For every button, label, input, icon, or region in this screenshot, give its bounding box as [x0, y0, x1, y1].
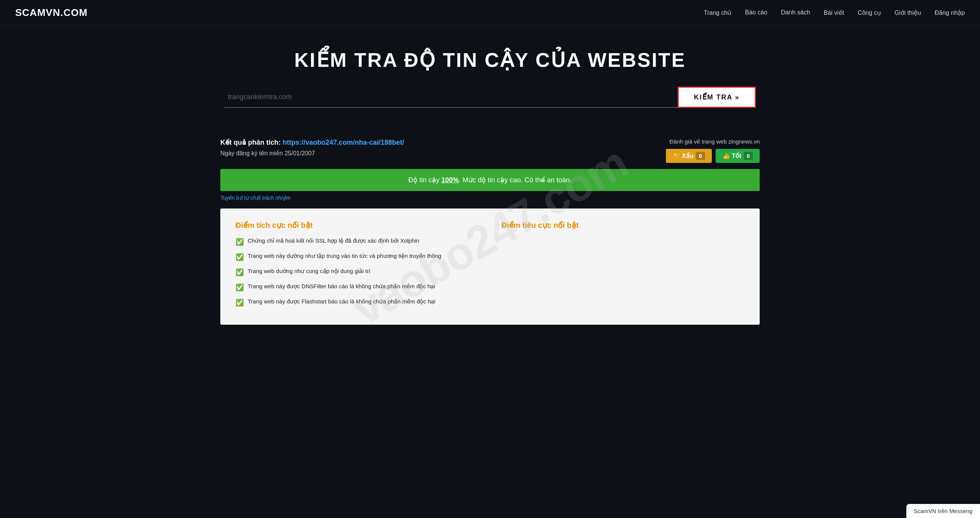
page-title: KIỂM TRA ĐỘ TIN CẬY CỦA WEBSITE — [15, 49, 965, 72]
disclaimer-link[interactable]: Tuyên bố từ chối trách nhiệm — [220, 195, 760, 201]
positive-col: Điểm tích cực nổi bật ✅ Chứng chỉ mã hoá… — [235, 221, 479, 313]
positive-item-5: ✅ Trang web này được Flashstart báo cáo … — [235, 297, 479, 308]
result-url[interactable]: https://vaobo247.com/nha-cai/188bet/ — [283, 138, 404, 146]
nav-dang-nhap[interactable]: Đăng nhập — [935, 9, 965, 16]
trust-suffix: . Mức độ tin cậy cao. Có thể an toàn. — [459, 176, 572, 184]
trust-bar: Độ tin cậy 100%. Mức độ tin cậy cao. Có … — [220, 169, 760, 191]
nav-bao-cao[interactable]: Báo cáo — [745, 9, 767, 16]
positive-item-2-text: Trang web này dường như tập trung vào ti… — [248, 252, 441, 261]
positive-item-4: ✅ Trang web này được DNSFilter báo cáo l… — [235, 282, 479, 293]
main-nav: Trang chủ Báo cáo Danh sách Bài viết Côn… — [704, 9, 965, 16]
trust-prefix: Độ tin cậy — [408, 176, 441, 184]
negative-heading: Điểm tiêu cực nổi bật — [501, 221, 745, 230]
content-area: vaobo247.com Kết quả phân tích: https://… — [205, 134, 775, 336]
positive-item-3: ✅ Trang web dường như cung cấp nội dung … — [235, 267, 479, 278]
check-icon-2: ✅ — [235, 252, 244, 262]
site-logo: SCAMVN.COM — [15, 7, 88, 19]
result-label-text: Kết quả phân tích: — [220, 138, 281, 146]
result-date: Ngày đăng ký tên miền 25/01/2007 — [220, 149, 404, 157]
positive-item-5-text: Trang web này được Flashstart báo cáo là… — [248, 297, 436, 306]
lower-section: Điểm tích cực nổi bật ✅ Chứng chỉ mã hoá… — [220, 208, 760, 325]
positive-item-1-text: Chứng chỉ mã hoá kết nối SSL hợp lệ đã đ… — [248, 237, 419, 245]
nav-trang-chu[interactable]: Trang chủ — [704, 9, 732, 16]
search-input[interactable] — [224, 87, 678, 108]
nav-cong-cu[interactable]: Công cụ — [858, 9, 881, 16]
btn-tot-label: 👍 Tốt — [722, 152, 741, 159]
messenger-widget[interactable]: ScamVN trên Messeng — [906, 504, 980, 518]
positive-item-3-text: Trang web dường như cung cấp nội dung gi… — [248, 267, 370, 276]
positive-heading: Điểm tích cực nổi bật — [235, 221, 479, 230]
btn-tot-count: 0 — [744, 152, 753, 160]
rating-label: Đánh giá về trang web zingnews.vn — [666, 138, 760, 145]
positive-item-2: ✅ Trang web này dường như tập trung vào … — [235, 252, 479, 262]
search-button[interactable]: KIỂM TRA » — [678, 87, 756, 108]
result-right: Đánh giá về trang web zingnews.vn 👎 Xấu … — [666, 138, 760, 163]
search-bar: KIỂM TRA » — [224, 87, 756, 108]
nav-bai-viet[interactable]: Bài viết — [824, 9, 845, 16]
positive-item-4-text: Trang web này được DNSFilter báo cáo là … — [248, 282, 435, 291]
result-label: Kết quả phân tích: https://vaobo247.com/… — [220, 138, 404, 146]
btn-xau-label: 👎 Xấu — [673, 152, 694, 159]
result-left: Kết quả phân tích: https://vaobo247.com/… — [220, 138, 404, 157]
trust-percent: 100% — [441, 176, 459, 184]
check-icon-5: ✅ — [235, 298, 244, 308]
btn-xau[interactable]: 👎 Xấu 0 — [666, 149, 712, 163]
check-icon-3: ✅ — [235, 267, 244, 278]
check-icon-1: ✅ — [235, 237, 244, 247]
nav-danh-sach[interactable]: Danh sách — [781, 9, 810, 16]
rating-buttons: 👎 Xấu 0 👍 Tốt 0 — [666, 149, 760, 163]
nav-gioi-thieu[interactable]: Giới thiệu — [894, 9, 921, 16]
check-icon-4: ✅ — [235, 283, 244, 293]
btn-xau-count: 0 — [696, 152, 705, 160]
btn-tot[interactable]: 👍 Tốt 0 — [716, 149, 760, 163]
negative-col: Điểm tiêu cực nổi bật — [501, 221, 745, 313]
positive-item-1: ✅ Chứng chỉ mã hoá kết nối SSL hợp lệ đã… — [235, 237, 479, 247]
result-row: Kết quả phân tích: https://vaobo247.com/… — [220, 134, 760, 169]
hero-section: KIỂM TRA ĐỘ TIN CẬY CỦA WEBSITE KIỂM TRA… — [0, 26, 980, 134]
